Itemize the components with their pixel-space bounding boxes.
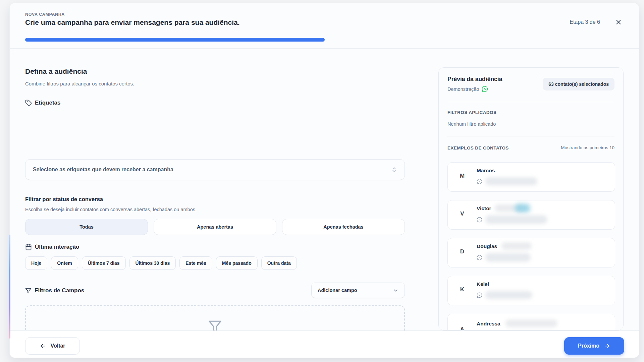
last-interaction-label: Última interação [25,244,79,250]
whatsapp-icon [477,292,482,298]
preview-title: Prévia da audiência [447,76,502,83]
redacted-phone [485,177,537,185]
whatsapp-icon [477,217,482,223]
preview-channel: Demonstração [447,86,488,92]
panel-divider [447,102,614,102]
status-option-closed[interactable]: Apenas fechadas [282,219,405,235]
tags-label-text: Etiquetas [35,100,61,106]
field-filters-label-text: Filtros de Campos [35,287,84,294]
next-button[interactable]: Próximo [564,337,624,355]
contact-name: Douglas [477,243,497,249]
back-button[interactable]: Voltar [25,337,80,355]
applied-filters-empty: Nenhum filtro aplicado [447,121,496,127]
modal-eyebrow: NOVA CAMPANHA [25,12,65,17]
contact-name: Marcos [477,168,495,174]
progress-bar [25,38,624,42]
contact-name: Andressa [477,321,500,327]
audience-preview-panel: Prévia da audiência Demonstração 63 cont… [438,67,624,330]
add-field-button[interactable]: Adicionar campo [311,283,405,298]
screen: NOVA CAMPANHA Crie uma campanha para env… [0,0,644,362]
contact-card[interactable]: M Marcos [447,162,615,192]
redacted-phone [485,215,547,224]
page-title: Crie uma campanha para enviar mensagens … [25,18,240,26]
whatsapp-icon [477,179,482,184]
back-button-label: Voltar [50,343,65,349]
avatar: D [457,248,468,255]
redacted-phone [485,253,531,262]
tag-icon [25,100,32,106]
close-icon [615,18,622,26]
calendar-icon [25,244,32,250]
applied-filters-title: FILTROS APLICADOS [447,110,496,115]
chip-hoje[interactable]: Hoje [25,256,47,270]
tags-label: Etiquetas [25,100,61,106]
status-filter-help: Escolha se deseja incluir contatos com c… [25,207,197,212]
status-option-open[interactable]: Apenas abertas [154,219,276,235]
contact-card[interactable]: K Kelei [447,276,615,305]
preview-channel-name: Demonstração [447,86,479,92]
contact-name: Victor [477,205,491,212]
close-button[interactable] [613,16,624,28]
chip-mes-passado[interactable]: Mês passado [216,256,258,270]
contact-phone-row [477,291,532,299]
status-option-all[interactable]: Todas [25,219,148,235]
chevrons-up-down-icon [391,167,397,173]
contact-phone-row [477,253,531,262]
interaction-chip-row: Hoje Ontem Últimos 7 dias Últimos 30 dia… [25,256,297,270]
arrow-left-icon [40,343,46,349]
avatar: A [457,326,468,330]
redacted-name [501,242,532,250]
tags-select-placeholder: Selecione as etiquetas que devem receber… [33,167,173,173]
contact-phone-row [477,177,537,185]
contact-card[interactable]: V Victor [447,200,615,230]
chip-este-mes[interactable]: Este mês [179,256,212,270]
arrow-right-icon [604,343,610,349]
whatsapp-icon [482,86,488,92]
avatar: K [457,286,468,293]
chip-ultimos-7-dias[interactable]: Últimos 7 dias [82,256,126,270]
contact-examples-title: EXEMPLOS DE CONTATOS [447,145,509,150]
chip-ontem[interactable]: Ontem [51,256,78,270]
contact-name: Kelei [477,281,489,287]
status-filter-label: Filtrar por status de conversa [25,196,103,202]
redacted-name-highlight [515,204,530,213]
status-filter-group: Todas Apenas abertas Apenas fechadas [25,219,405,235]
chevron-down-icon [393,288,398,293]
chip-outra-data[interactable]: Outra data [261,256,297,270]
add-field-button-label: Adicionar campo [318,288,357,293]
redacted-phone [485,291,532,299]
field-filters-label: Filtros de Campos [25,287,84,294]
funnel-icon [25,288,32,294]
contact-card[interactable]: D Douglas [447,238,615,267]
panel-divider [447,136,614,136]
background-gradient-sliver [9,235,10,339]
next-button-label: Próximo [578,343,599,349]
new-campaign-modal: NOVA CAMPANHA Crie uma campanha para env… [9,3,639,358]
modal-header: NOVA CAMPANHA Crie uma campanha para env… [10,3,639,49]
modal-footer: Voltar Próximo [10,330,639,358]
contact-examples-note: Mostrando os primeiros 10 [561,145,614,150]
redacted-name [505,320,557,327]
avatar: M [457,173,468,179]
tags-select[interactable]: Selecione as etiquetas que devem receber… [25,159,405,180]
contact-count-badge: 63 contato(s) selecionados [543,78,614,90]
step-indicator: Etapa 3 de 6 [570,19,600,25]
chip-ultimos-30-dias[interactable]: Últimos 30 dias [129,256,176,270]
section-subheading: Combine filtros para alcançar os contato… [25,81,134,86]
whatsapp-icon [477,255,482,260]
last-interaction-label-text: Última interação [35,244,79,250]
avatar: V [457,210,468,217]
section-heading: Defina a audiência [25,67,87,75]
progress-bar-fill [25,38,325,42]
contact-phone-row [477,215,547,224]
contact-card[interactable]: A Andressa [447,314,615,330]
